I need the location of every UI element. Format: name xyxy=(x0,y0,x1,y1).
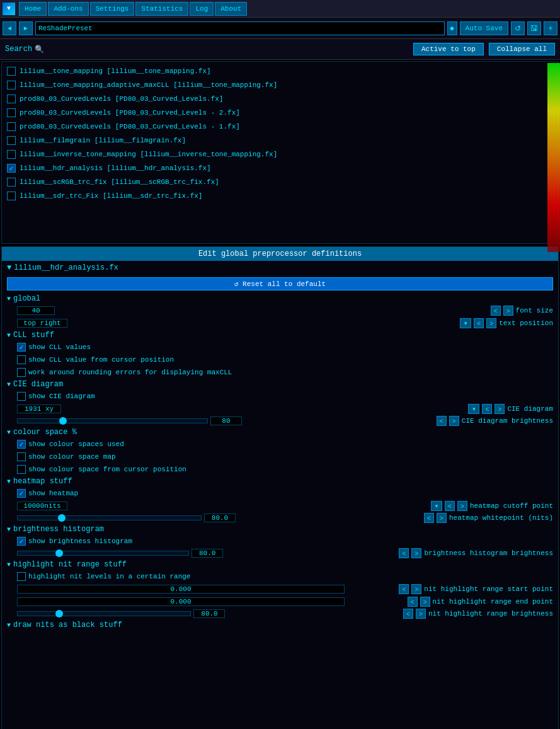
fontsize-inc-btn[interactable]: > xyxy=(503,306,513,316)
editor-section: Edit global preprocessor definitions ▼ l… xyxy=(1,246,559,729)
menu-about[interactable]: About xyxy=(215,2,247,16)
menu-settings[interactable]: Settings xyxy=(90,2,135,16)
shader-item-1[interactable]: lilium__tone_mapping_adaptive_maxCLL [li… xyxy=(2,78,558,92)
section-nitrange-header[interactable]: ▼ highlight nit range stuff xyxy=(4,559,556,570)
textpos-dropdown-btn[interactable]: ▼ xyxy=(460,318,471,328)
shader-item-5[interactable]: lilium__filmgrain [lilium__filmgrain.fx] xyxy=(2,134,558,147)
shader-checkbox-2[interactable] xyxy=(7,95,16,103)
autosave-button[interactable]: Auto Save xyxy=(460,21,508,35)
fontsize-dec-btn[interactable]: < xyxy=(491,306,501,316)
checkbox-showheatmap[interactable]: ✓ xyxy=(17,489,26,498)
active-top-button[interactable]: Active to top xyxy=(413,43,484,55)
checkbox-rounding[interactable] xyxy=(17,368,26,377)
section-global-header[interactable]: ▼ global xyxy=(4,293,556,304)
section-cie-label: CIE diagram xyxy=(13,380,63,389)
nitbrightness-inc-btn[interactable]: > xyxy=(416,609,426,619)
shader-checkbox-9[interactable] xyxy=(7,192,16,200)
ciebrightness-inc-btn[interactable]: > xyxy=(449,416,459,426)
checkbox-colorspacecursor[interactable] xyxy=(17,465,26,474)
preset-dot-button[interactable]: ● xyxy=(447,21,457,35)
triangle-colorspace: ▼ xyxy=(7,429,11,436)
section-histogram-header[interactable]: ▼ brightness histogram xyxy=(4,524,556,535)
heatmapcutoff-inc-btn[interactable]: > xyxy=(457,501,467,511)
shader-checkbox-6[interactable] xyxy=(7,150,16,159)
ciebrightness-dec-btn[interactable]: < xyxy=(437,416,447,426)
reset-icon-button[interactable]: ↺ xyxy=(511,21,525,35)
section-cie-header[interactable]: ▼ CIE diagram xyxy=(4,379,556,390)
shader-checkbox-8[interactable] xyxy=(7,178,16,187)
preset-field[interactable] xyxy=(35,21,445,35)
cietype-dec-btn[interactable]: < xyxy=(482,404,492,414)
setting-row-highlightnitrange: highlight nit levels in a certain range xyxy=(4,570,556,583)
section-heatmap-header[interactable]: ▼ heatmap stuff xyxy=(4,476,556,487)
triangle-heatmap: ▼ xyxy=(7,478,11,485)
triangle-blacknits: ▼ xyxy=(7,622,11,629)
checkbox-cllcursor[interactable] xyxy=(17,355,26,364)
section-colorspace-header[interactable]: ▼ colour space % xyxy=(4,427,556,438)
heatmapwhite-dec-btn[interactable]: < xyxy=(424,513,434,523)
nitend-dec-btn[interactable]: < xyxy=(408,597,418,607)
nitbrightness-dec-btn[interactable]: < xyxy=(403,609,413,619)
heatmapcutoff-dropdown-btn[interactable]: ▼ xyxy=(431,501,442,511)
forward-button[interactable]: ► xyxy=(19,21,33,35)
shader-checkbox-0[interactable] xyxy=(7,67,16,76)
menu-addons[interactable]: Add-ons xyxy=(48,2,88,16)
label-showcie: show CIE diagram xyxy=(28,393,95,400)
shader-item-0[interactable]: lilium__tone_mapping [lilium__tone_mappi… xyxy=(2,64,558,78)
textpos-inc-btn[interactable]: > xyxy=(486,318,496,328)
checkbox-showcll[interactable]: ✓ xyxy=(17,343,26,352)
checkbox-showhistogram[interactable]: ✓ xyxy=(17,537,26,546)
histbrightness-inc-btn[interactable]: > xyxy=(411,548,421,558)
reset-all-button[interactable]: ↺ Reset all to default xyxy=(7,277,553,290)
heatmapwhite-inc-btn[interactable]: > xyxy=(437,513,447,523)
shader-item-3[interactable]: prod80_03_CurvedLevels [PD80_03_Curved_L… xyxy=(2,106,558,120)
cietype-inc-btn[interactable]: > xyxy=(494,404,505,414)
histbrightness-dec-btn[interactable]: < xyxy=(399,548,409,558)
setting-row-colorspacemap: show colour space map xyxy=(4,451,556,463)
nitstart-dec-btn[interactable]: < xyxy=(399,584,409,594)
menu-home[interactable]: Home xyxy=(19,2,47,16)
section-blacknits-header[interactable]: ▼ draw nits as black stuff xyxy=(4,619,556,631)
nitend-value: 0.000 xyxy=(17,597,345,606)
checkbox-showcie[interactable] xyxy=(17,392,26,401)
shader-item-4[interactable]: prod80_03_CurvedLevels [PD80_03_Curved_L… xyxy=(2,120,558,134)
slider-row-nitbrightness: 80.0 < > nit highlight range brightness xyxy=(4,608,556,619)
shader-checkbox-1[interactable] xyxy=(7,81,16,89)
checkbox-highlightnitrange[interactable] xyxy=(17,572,26,581)
add-icon-button[interactable]: + xyxy=(544,21,557,35)
cietype-dropdown-btn[interactable]: ▼ xyxy=(468,404,479,414)
checkbox-colorspacemap[interactable] xyxy=(17,452,26,461)
shader-checkbox-3[interactable] xyxy=(7,108,16,117)
shader-item-6[interactable]: lilium__inverse_tone_mapping [lilium__in… xyxy=(2,147,558,161)
menu-log[interactable]: Log xyxy=(190,2,214,16)
nitbrightness-slider[interactable] xyxy=(17,611,191,616)
shader-checkbox-5[interactable] xyxy=(7,136,16,145)
nitend-inc-btn[interactable]: > xyxy=(420,597,430,607)
shader-name-2: prod80_03_CurvedLevels [PD80_03_Curved_L… xyxy=(20,95,223,103)
section-histogram-label: brightness histogram xyxy=(13,525,104,534)
shader-item-8[interactable]: lilium__scRGB_trc_fix [lilium__scRGB_trc… xyxy=(2,175,558,189)
back-button[interactable]: ◄ xyxy=(3,21,16,35)
shader-checkbox-7[interactable]: ✓ xyxy=(7,164,16,173)
app-logo: ▼ xyxy=(3,3,15,15)
ciebrightness-slider[interactable] xyxy=(17,418,208,423)
textpos-dec-btn[interactable]: < xyxy=(474,318,484,328)
textpos-value: top right xyxy=(17,319,67,328)
nitstart-inc-btn[interactable]: > xyxy=(411,584,421,594)
heatmapwhite-slider[interactable] xyxy=(17,515,202,520)
shader-item-7[interactable]: ✓ lilium__hdr_analysis [lilium__hdr_anal… xyxy=(2,161,558,175)
save-icon-button[interactable]: 🖫 xyxy=(527,21,541,35)
heatmapcutoff-dec-btn[interactable]: < xyxy=(445,501,455,511)
label-highlightnitrange: highlight nit levels in a certain range xyxy=(28,573,190,580)
menu-statistics[interactable]: Statistics xyxy=(135,2,188,16)
shader-item-9[interactable]: lilium__sdr_trc_Fix [lilium__sdr_trc_fix… xyxy=(2,189,558,203)
fontsize-value[interactable]: 40 xyxy=(17,306,55,315)
shader-checkbox-4[interactable] xyxy=(7,122,16,131)
section-heatmap-label: heatmap stuff xyxy=(13,477,72,486)
collapse-all-button[interactable]: Collapse all xyxy=(489,43,555,55)
section-cll-header[interactable]: ▼ CLL stuff xyxy=(4,330,556,341)
shader-item-2[interactable]: prod80_03_CurvedLevels [PD80_03_Curved_L… xyxy=(2,92,558,106)
histbrightness-slider[interactable] xyxy=(17,551,189,556)
checkbox-showcolorspaces[interactable]: ✓ xyxy=(17,440,26,449)
heatmapwhite-label: heatmap whitepoint (nits) xyxy=(449,514,553,522)
